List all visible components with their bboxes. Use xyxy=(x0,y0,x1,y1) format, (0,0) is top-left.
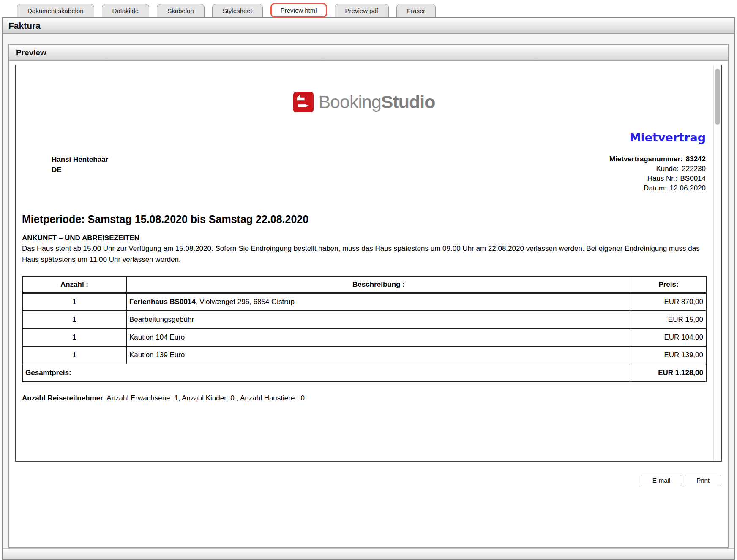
address-meta-row: Hansi Hentehaar DE Mietvertragsnummer:83… xyxy=(22,154,707,193)
print-button[interactable]: Print xyxy=(685,475,721,486)
item-price: EUR 15,00 xyxy=(631,311,706,329)
preview-panel-title: Preview xyxy=(9,45,728,61)
item-qty: 1 xyxy=(22,293,126,311)
meta-date: Datum:12.06.2020 xyxy=(609,183,706,193)
tab-preview-pdf[interactable]: Preview pdf xyxy=(335,4,389,17)
total-label: Gesamtpreis: xyxy=(22,364,631,382)
tab-datakilde[interactable]: Datakilde xyxy=(102,4,150,17)
item-description: Kaution 104 Euro xyxy=(126,329,631,346)
tab-fraser[interactable]: Fraser xyxy=(396,4,436,17)
meta-house-number: Haus Nr.:BS0014 xyxy=(609,174,706,183)
meta-customer-number: Kunde:222230 xyxy=(609,164,706,174)
item-description: Ferienhaus BS0014, Violvænget 296, 6854 … xyxy=(126,293,631,311)
participants-line: Anzahl Reiseteilnehmer: Anzahl Erwachsen… xyxy=(22,394,707,402)
contract-meta-block: Mietvertragsnummer:83242 Kunde:222230 Ha… xyxy=(609,154,707,193)
arrival-departure-text: Das Haus steht ab 15.00 Uhr zur Verfügun… xyxy=(22,243,707,265)
faktura-window: Faktura Preview xyxy=(2,17,735,560)
tab-dokument-skabelon[interactable]: Dokument skabelon xyxy=(17,4,94,17)
window-title: Faktura xyxy=(3,18,734,34)
bookingstudio-logo-icon xyxy=(293,92,314,112)
table-row: 1 Kaution 139 Euro EUR 139,00 xyxy=(22,346,706,364)
tab-bar: Dokument skabelon Datakilde Skabelon Sty… xyxy=(0,0,737,17)
column-header-description: Beschreibung : xyxy=(126,277,631,293)
bottom-section-bar xyxy=(3,548,734,559)
recipient-country: DE xyxy=(52,165,108,175)
document-preview-frame: BookingStudio Mietvertrag Hansi Hentehaa… xyxy=(15,65,722,462)
arrival-departure-heading: ANKUNFT – UND ABREISEZEITEN xyxy=(22,234,707,242)
item-price: EUR 104,00 xyxy=(631,329,706,346)
item-qty: 1 xyxy=(22,311,126,329)
item-description: Bearbeitungsgebühr xyxy=(126,311,631,329)
item-description: Kaution 139 Euro xyxy=(126,346,631,364)
tab-skabelon[interactable]: Skabelon xyxy=(157,4,205,17)
document-scrollbar[interactable] xyxy=(713,65,721,461)
email-button[interactable]: E-mail xyxy=(641,475,682,486)
total-price: EUR 1.128,00 xyxy=(631,364,706,382)
bookingstudio-logo-text: BookingStudio xyxy=(318,92,435,112)
tab-preview-html[interactable]: Preview html xyxy=(270,3,327,18)
content-area: Preview BookingStudio xyxy=(3,34,734,548)
recipient-name: Hansi Hentehaar xyxy=(52,154,108,165)
item-price: EUR 870,00 xyxy=(631,293,706,311)
tab-stylesheet[interactable]: Stylesheet xyxy=(212,4,263,17)
scrollbar-thumb[interactable] xyxy=(715,69,720,125)
item-price: EUR 139,00 xyxy=(631,346,706,364)
table-total-row: Gesamtpreis: EUR 1.128,00 xyxy=(22,364,706,382)
table-header-row: Anzahl : Beschreibung : Preis: xyxy=(22,277,706,293)
column-header-qty: Anzahl : xyxy=(22,277,126,293)
item-qty: 1 xyxy=(22,346,126,364)
invoice-document: BookingStudio Mietvertrag Hansi Hentehaa… xyxy=(16,65,713,461)
recipient-block: Hansi Hentehaar DE xyxy=(22,154,108,193)
item-qty: 1 xyxy=(22,329,126,346)
bookingstudio-logo: BookingStudio xyxy=(22,92,707,112)
column-header-price: Preis: xyxy=(631,277,706,293)
action-buttons: E-mail Print xyxy=(15,475,722,486)
invoice-items-table: Anzahl : Beschreibung : Preis: 1 Ferienh… xyxy=(22,276,707,382)
table-row: 1 Ferienhaus BS0014, Violvænget 296, 685… xyxy=(22,293,706,311)
preview-panel: Preview BookingStudio xyxy=(8,44,729,548)
meta-contract-number: Mietvertragsnummer:83242 xyxy=(609,154,706,164)
document-type-heading: Mietvertrag xyxy=(22,131,707,144)
table-row: 1 Kaution 104 Euro EUR 104,00 xyxy=(22,329,706,346)
table-row: 1 Bearbeitungsgebühr EUR 15,00 xyxy=(22,311,706,329)
preview-panel-body: BookingStudio Mietvertrag Hansi Hentehaa… xyxy=(9,61,728,547)
rental-period-heading: Mietperiode: Samstag 15.08.2020 bis Sams… xyxy=(22,213,707,226)
